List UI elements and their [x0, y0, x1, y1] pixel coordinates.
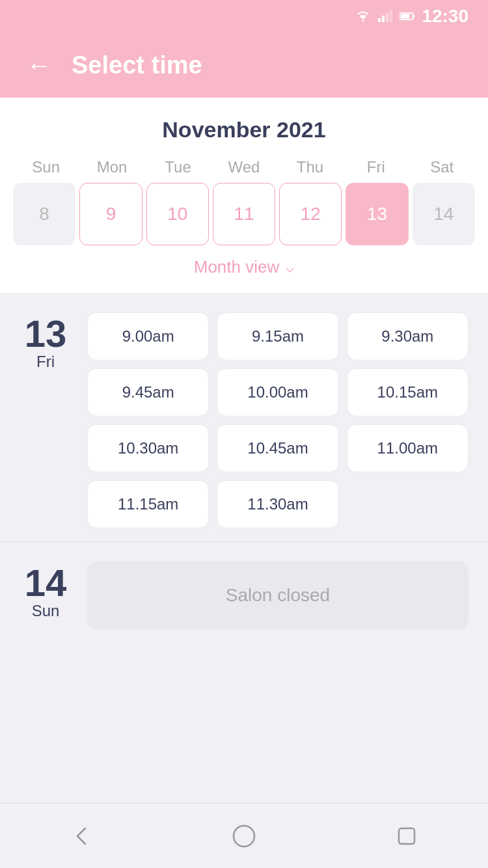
page-title: Select time	[72, 51, 202, 79]
signal-icon	[377, 10, 393, 22]
day-name: Fri	[36, 353, 55, 371]
back-nav-icon	[68, 823, 94, 849]
time-slot-1130[interactable]: 11.30am	[217, 480, 338, 528]
day-cell-10[interactable]: 10	[146, 183, 209, 245]
day-cell-13[interactable]: 13	[346, 183, 408, 245]
nav-back-button[interactable]	[65, 820, 98, 852]
day-name: Sun	[32, 602, 60, 620]
weekday-tue: Tue	[145, 158, 211, 176]
weekday-mon: Mon	[79, 158, 144, 176]
svg-rect-4	[386, 13, 388, 22]
time-slot-900[interactable]: 9.00am	[87, 312, 209, 360]
recents-nav-icon	[394, 823, 420, 849]
time-slot-1045[interactable]: 10.45am	[217, 424, 338, 472]
day-cell-11[interactable]: 11	[213, 183, 275, 245]
svg-rect-8	[401, 14, 410, 19]
svg-rect-7	[413, 14, 415, 18]
home-nav-icon	[231, 823, 257, 849]
svg-rect-3	[382, 16, 385, 22]
svg-rect-2	[378, 18, 381, 22]
app-header: ← Select time	[0, 33, 488, 98]
weekday-thu: Thu	[277, 158, 343, 176]
day-number-col: 13Fri	[20, 312, 72, 371]
time-section: 13Fri9.00am9.15am9.30am9.45am10.00am10.1…	[0, 293, 488, 803]
month-view-toggle[interactable]: Month view ⌵	[13, 245, 475, 280]
wifi-icon	[355, 10, 371, 22]
battery-icon	[400, 10, 415, 22]
weekday-fri: Fri	[343, 158, 409, 176]
chevron-down-icon: ⌵	[286, 259, 294, 276]
month-view-label: Month view	[194, 257, 280, 277]
day-cell-9[interactable]: 9	[79, 183, 142, 245]
day-block-13: 13Fri9.00am9.15am9.30am9.45am10.00am10.1…	[0, 293, 488, 541]
status-time: 12:30	[422, 6, 468, 27]
status-bar: 12:30	[0, 0, 488, 33]
back-button[interactable]: ←	[26, 52, 52, 78]
svg-rect-5	[390, 10, 392, 22]
svg-point-1	[362, 20, 364, 22]
salon-closed-label: Salon closed	[87, 562, 468, 629]
day-cell-12[interactable]: 12	[279, 183, 342, 245]
day-number: 14	[25, 564, 67, 602]
day-cell-14: 14	[413, 183, 475, 245]
time-slot-945[interactable]: 9.45am	[87, 368, 209, 416]
time-slot-915[interactable]: 9.15am	[217, 312, 338, 360]
day-number-col: 14Sun	[20, 562, 72, 620]
time-slot-1030[interactable]: 10.30am	[87, 424, 209, 472]
time-slot-930[interactable]: 9.30am	[347, 312, 468, 360]
weekday-wed: Wed	[211, 158, 277, 176]
bottom-nav	[0, 803, 488, 868]
time-slot-1115[interactable]: 11.15am	[87, 480, 209, 528]
time-slot-1100[interactable]: 11.00am	[347, 424, 468, 472]
month-year-label: November 2021	[13, 117, 475, 142]
calendar-section: November 2021 Sun Mon Tue Wed Thu Fri Sa…	[0, 98, 488, 293]
time-slot-1015[interactable]: 10.15am	[347, 368, 468, 416]
svg-rect-10	[399, 828, 414, 844]
day-number: 13	[25, 315, 67, 353]
time-slots-grid: 9.00am9.15am9.30am9.45am10.00am10.15am10…	[87, 312, 468, 528]
nav-recents-button[interactable]	[390, 820, 423, 852]
day-cell-8: 8	[13, 183, 75, 245]
svg-point-9	[234, 826, 254, 847]
weekday-sun: Sun	[13, 158, 79, 176]
nav-home-button[interactable]	[228, 820, 260, 852]
time-slot-1000[interactable]: 10.00am	[217, 368, 338, 416]
weekday-sat: Sat	[409, 158, 475, 176]
week-days-row: 891011121314	[13, 183, 475, 245]
week-headers: Sun Mon Tue Wed Thu Fri Sat	[13, 158, 475, 176]
status-icons: 12:30	[355, 6, 468, 27]
day-block-14: 14SunSalon closed	[0, 541, 488, 642]
